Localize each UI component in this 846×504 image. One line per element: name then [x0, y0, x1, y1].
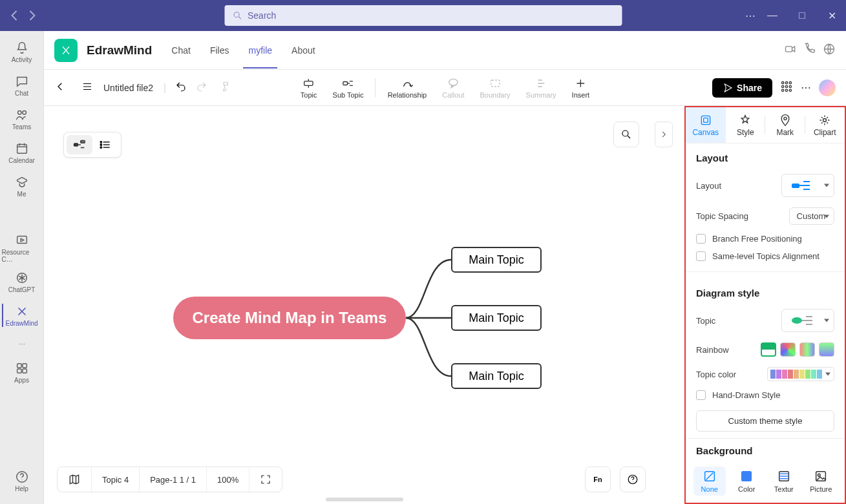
tab-chat[interactable]: Chat — [166, 32, 196, 68]
global-search[interactable]: Search — [224, 5, 622, 26]
minimize-icon[interactable]: — — [763, 10, 781, 22]
help-icon[interactable] — [620, 467, 646, 492]
view-outline-icon[interactable] — [92, 135, 118, 154]
globe-icon[interactable] — [823, 43, 836, 58]
main-topic-1[interactable]: Main Topic — [451, 247, 542, 273]
branch-connectors — [406, 235, 451, 403]
bg-none[interactable]: None — [693, 467, 726, 496]
map-overview-icon[interactable] — [58, 467, 92, 492]
callout-button[interactable]: Callout — [434, 77, 472, 99]
custom-theme-button[interactable]: Custom theme style — [696, 410, 834, 432]
central-topic[interactable]: Create Mind Map in Teams — [173, 297, 406, 339]
tab-about[interactable]: About — [286, 32, 321, 68]
insert-button[interactable]: Insert — [564, 77, 598, 99]
svg-point-36 — [784, 117, 787, 120]
same-level-checkbox[interactable] — [696, 251, 706, 261]
svg-rect-34 — [701, 116, 710, 124]
fullscreen-icon[interactable] — [249, 467, 282, 492]
panel-tab-style[interactable]: Style — [726, 107, 766, 143]
color-swatch — [788, 370, 793, 379]
nav-forward-icon[interactable] — [23, 6, 41, 25]
rail-resource[interactable]: Resource C… — [2, 231, 42, 265]
shortcut-icon[interactable]: Fn — [585, 467, 611, 492]
apps-grid-icon[interactable] — [780, 80, 793, 96]
nav-back-icon[interactable] — [5, 6, 23, 25]
search-placeholder: Search — [248, 10, 276, 21]
rail-more-icon[interactable]: ⋯ — [2, 332, 42, 355]
maximize-icon[interactable]: □ — [793, 10, 811, 22]
background-title: Background — [686, 439, 845, 461]
view-mindmap-icon[interactable] — [67, 135, 92, 154]
bg-color[interactable]: Color — [731, 467, 763, 496]
main-topic-3[interactable]: Main Topic — [451, 363, 542, 389]
close-icon[interactable]: ✕ — [823, 10, 841, 22]
sub-topic-button[interactable]: Sub Topic — [325, 77, 372, 99]
video-icon[interactable] — [784, 43, 797, 58]
redo-icon[interactable] — [196, 81, 207, 95]
rainbow-opt-3[interactable] — [799, 342, 815, 357]
canvas-search-icon[interactable] — [613, 121, 639, 147]
tab-files[interactable]: Files — [205, 32, 235, 68]
app-tabbar: EdrawMind Chat Files myfile About — [44, 31, 846, 70]
svg-point-1 — [17, 110, 21, 114]
share-button[interactable]: Share — [712, 78, 772, 98]
scrollbar-horizontal[interactable] — [326, 498, 403, 501]
titlebar-more-icon[interactable]: ⋯ — [745, 10, 756, 22]
rainbow-opt-2[interactable] — [780, 342, 796, 357]
undo-icon[interactable] — [175, 81, 187, 95]
main-topic-2[interactable]: Main Topic — [451, 305, 542, 331]
menu-icon[interactable] — [81, 81, 93, 95]
user-avatar[interactable] — [819, 79, 836, 96]
svg-point-26 — [789, 89, 791, 91]
hand-drawn-checkbox[interactable] — [696, 390, 706, 400]
svg-point-22 — [785, 85, 787, 87]
panel-collapse-icon[interactable] — [655, 121, 673, 147]
tab-myfile[interactable]: myfile — [243, 32, 277, 68]
teams-rail: Activity Chat Teams Calendar Me Resource… — [0, 31, 44, 504]
svg-rect-15 — [343, 81, 348, 85]
canvas[interactable]: Create Mind Map in Teams Main Topic Main… — [44, 106, 684, 504]
panel-tab-canvas[interactable]: Canvas — [686, 107, 726, 143]
status-zoom[interactable]: 100% — [207, 467, 249, 492]
more-icon[interactable]: ⋯ — [801, 81, 811, 94]
summary-button[interactable]: Summary — [518, 77, 564, 99]
topic-style-label: Topic — [696, 316, 715, 326]
svg-rect-12 — [786, 46, 792, 51]
rail-activity[interactable]: Activity — [2, 35, 42, 68]
rail-help[interactable]: Help — [2, 464, 42, 498]
panel-tab-clipart[interactable]: Clipart — [805, 107, 845, 143]
svg-rect-41 — [742, 472, 752, 481]
topic-color-select[interactable] — [767, 367, 834, 381]
status-bar: Topic 4 Page-1 1 / 1 100% Fn — [57, 467, 646, 492]
boundary-button[interactable]: Boundary — [472, 77, 518, 99]
rail-edrawmind[interactable]: EdrawMind — [2, 299, 42, 332]
rainbow-opt-4[interactable] — [819, 342, 834, 357]
rail-chat[interactable]: Chat — [2, 68, 42, 102]
rail-apps[interactable]: Apps — [2, 355, 42, 389]
format-panel: Canvas Style Mark Clipart Layout Layout … — [684, 106, 846, 504]
layout-select[interactable] — [781, 174, 834, 197]
rainbow-opt-1[interactable] — [761, 342, 776, 357]
topic-style-select[interactable] — [781, 309, 834, 332]
bg-picture[interactable]: Picture — [805, 467, 838, 496]
rail-chatgpt[interactable]: ChatGPT — [2, 265, 42, 299]
svg-rect-9 — [17, 368, 21, 372]
topic-spacing-select[interactable]: Custom — [789, 207, 834, 225]
relationship-button[interactable]: Relationship — [380, 77, 435, 99]
format-painter-icon[interactable] — [220, 81, 232, 95]
back-icon[interactable] — [54, 81, 66, 95]
call-icon[interactable] — [803, 43, 816, 58]
bg-texture[interactable]: Textur — [768, 467, 800, 496]
color-swatch — [782, 370, 787, 379]
rail-me[interactable]: Me — [2, 169, 42, 203]
panel-tab-mark[interactable]: Mark — [765, 107, 805, 143]
color-swatch — [770, 370, 776, 379]
branch-free-checkbox[interactable] — [696, 234, 706, 244]
svg-point-23 — [789, 85, 791, 87]
rail-teams[interactable]: Teams — [2, 102, 42, 136]
status-page[interactable]: Page-1 1 / 1 — [140, 467, 207, 492]
layout-preview-icon — [790, 178, 816, 193]
rail-calendar[interactable]: Calendar — [2, 136, 42, 169]
topic-button[interactable]: Topic — [293, 77, 325, 99]
svg-rect-17 — [491, 80, 499, 87]
